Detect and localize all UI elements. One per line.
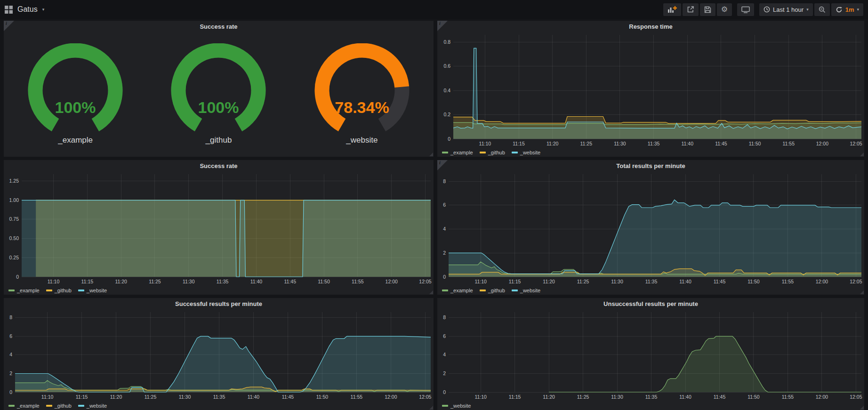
legend-item[interactable]: _github: [46, 288, 72, 293]
legend-item[interactable]: _example: [8, 288, 40, 293]
gauge: 100%_github: [167, 43, 270, 145]
legend-color-dash: [512, 152, 518, 153]
svg-text:12:00: 12:00: [385, 394, 397, 400]
panel-info-corner[interactable]: i: [437, 160, 448, 170]
svg-text:6: 6: [443, 333, 446, 339]
svg-text:11:25: 11:25: [577, 279, 589, 284]
svg-text:11:45: 11:45: [714, 279, 726, 284]
legend-item[interactable]: _github: [480, 150, 505, 155]
panel-title[interactable]: Success rate: [4, 160, 434, 171]
panel-title[interactable]: Total results per minute: [437, 160, 864, 171]
panel-total-results: i Total results per minute 0246811:1011:…: [437, 160, 864, 295]
gauge-label: _example: [24, 136, 127, 145]
panel-info-corner[interactable]: i: [4, 21, 14, 31]
legend-label: _example: [450, 150, 473, 155]
svg-text:11:45: 11:45: [714, 394, 726, 400]
resize-handle[interactable]: [860, 153, 864, 156]
svg-text:11:30: 11:30: [179, 394, 191, 400]
svg-text:11:55: 11:55: [782, 279, 794, 284]
dashboard-title[interactable]: Gatus: [17, 5, 38, 14]
svg-text:11:55: 11:55: [352, 279, 364, 284]
legend-item[interactable]: _example: [8, 403, 40, 409]
panel-info-corner[interactable]: i: [437, 21, 448, 31]
svg-text:11:50: 11:50: [747, 279, 760, 284]
apps-grid-icon[interactable]: [5, 6, 13, 14]
chart-successful-results[interactable]: 0246811:1011:1511:2011:2511:3011:3511:40…: [6, 309, 432, 400]
time-range-picker[interactable]: Last 1 hour ▾: [759, 3, 813, 16]
panel-title[interactable]: Unsuccessful results per minute: [437, 298, 864, 309]
svg-text:11:25: 11:25: [580, 141, 593, 146]
panel-title[interactable]: Successful results per minute: [4, 298, 434, 309]
share-icon: [687, 6, 694, 13]
svg-text:0: 0: [448, 136, 450, 142]
svg-text:11:45: 11:45: [282, 394, 294, 400]
svg-text:0: 0: [443, 389, 446, 395]
panel-title[interactable]: Response time: [437, 21, 864, 32]
chart-svg: 0246811:1011:1511:2011:2511:3011:3511:40…: [6, 309, 432, 400]
legend-item[interactable]: _github: [480, 288, 505, 293]
resize-handle[interactable]: [429, 290, 433, 294]
svg-text:11:25: 11:25: [145, 394, 157, 400]
chevron-down-icon: ▾: [806, 8, 809, 12]
share-button[interactable]: [683, 3, 699, 16]
svg-text:11:50: 11:50: [749, 141, 761, 146]
svg-text:11:10: 11:10: [41, 394, 54, 400]
svg-text:12:00: 12:00: [816, 394, 828, 400]
legend-item[interactable]: _example: [442, 150, 473, 155]
svg-text:11:15: 11:15: [81, 279, 94, 284]
chart-response-time[interactable]: 00.20.40.60.811:1011:1511:2011:2511:3011…: [439, 32, 862, 147]
svg-text:8: 8: [443, 178, 446, 184]
cycle-view-button[interactable]: [737, 3, 754, 16]
legend: _website: [442, 403, 471, 409]
chevron-down-icon[interactable]: ▾: [42, 8, 45, 12]
panel-title[interactable]: Success rate: [4, 21, 434, 32]
legend-label: _website: [520, 150, 540, 155]
svg-text:11:35: 11:35: [213, 394, 225, 400]
legend-item[interactable]: _github: [46, 403, 72, 409]
chart-svg: 00.20.40.60.811:1011:1511:2011:2511:3011…: [439, 32, 862, 147]
svg-text:11:45: 11:45: [715, 141, 727, 146]
svg-text:0.25: 0.25: [9, 255, 19, 260]
zoom-out-button[interactable]: [814, 3, 830, 16]
legend-label: _github: [55, 403, 72, 409]
svg-text:2: 2: [9, 370, 12, 376]
refresh-picker[interactable]: 1m ▾: [831, 3, 863, 16]
legend-item[interactable]: _website: [442, 403, 471, 409]
legend-label: _website: [87, 403, 107, 409]
legend: _example_github_website: [8, 288, 107, 293]
legend-color-dash: [46, 405, 52, 407]
legend-item[interactable]: _website: [78, 403, 107, 409]
gauge-arc: 78.34%: [310, 43, 414, 134]
gauge-label: _github: [167, 136, 270, 145]
svg-text:11:20: 11:20: [110, 394, 122, 400]
chart-unsuccessful-results[interactable]: 0246811:1011:1511:2011:2511:3011:3511:40…: [439, 309, 862, 400]
svg-text:11:55: 11:55: [351, 394, 363, 400]
svg-text:11:30: 11:30: [614, 141, 626, 146]
save-button[interactable]: [700, 3, 715, 16]
info-icon: i: [6, 21, 7, 26]
svg-text:2: 2: [443, 250, 446, 256]
resize-handle[interactable]: [429, 406, 433, 410]
resize-handle[interactable]: [860, 406, 864, 410]
legend-item[interactable]: _website: [512, 288, 540, 293]
add-panel-button[interactable]: [663, 3, 681, 16]
svg-text:12:05: 12:05: [850, 141, 862, 146]
clock-icon: [764, 6, 770, 13]
gauge: 100%_example: [24, 43, 127, 145]
gauge-value: 100%: [55, 98, 96, 116]
svg-text:4: 4: [443, 226, 446, 232]
legend-label: _github: [488, 150, 505, 155]
svg-text:11:55: 11:55: [782, 141, 795, 146]
legend: _example_github_website: [442, 288, 540, 293]
svg-text:11:35: 11:35: [648, 141, 660, 146]
resize-handle[interactable]: [429, 153, 433, 156]
resize-handle[interactable]: [860, 290, 864, 294]
settings-button[interactable]: ⚙: [717, 3, 732, 16]
svg-text:11:15: 11:15: [509, 394, 521, 400]
legend-item[interactable]: _example: [442, 288, 473, 293]
chart-success-rate[interactable]: 00.250.500.751.001.2511:1011:1511:2011:2…: [6, 171, 432, 285]
svg-text:11:35: 11:35: [217, 279, 229, 284]
legend-item[interactable]: _website: [78, 288, 107, 293]
legend-item[interactable]: _website: [512, 150, 540, 155]
chart-total-results[interactable]: 0246811:1011:1511:2011:2511:3011:3511:40…: [439, 171, 862, 285]
